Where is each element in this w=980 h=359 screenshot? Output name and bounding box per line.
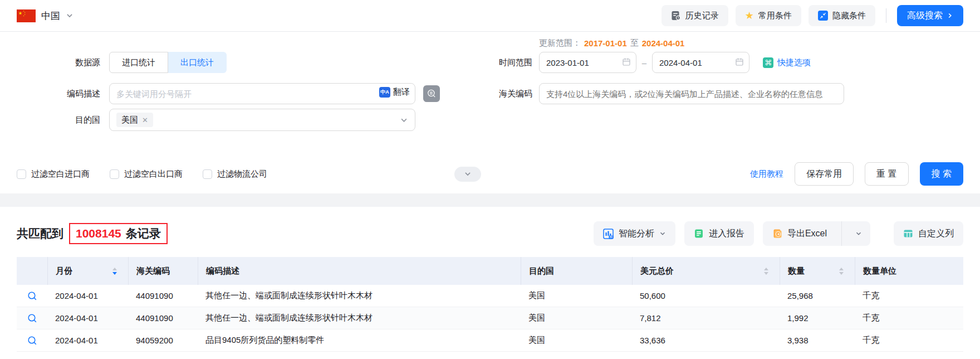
history-icon — [671, 11, 681, 21]
chevron-down-icon — [66, 12, 74, 20]
svg-text:BI: BI — [610, 235, 612, 239]
export-excel-label: 导出Excel — [787, 228, 827, 240]
top-bar: 中国 历史记录 ★ 常用条件 — [0, 0, 980, 32]
update-range-label: 更新范围： — [539, 38, 581, 48]
header-label: 编码描述 — [206, 266, 239, 276]
calendar-icon[interactable] — [622, 57, 631, 66]
section-divider — [0, 193, 980, 207]
circle-equal-icon — [427, 89, 437, 99]
search-button[interactable]: 搜 索 — [920, 162, 963, 186]
quick-options-button[interactable]: ⌘ 快捷选项 — [763, 57, 811, 68]
table-header-month: 月份 — [47, 257, 128, 285]
cell-destination: 美国 — [521, 285, 632, 307]
match-suffix: 条记录 — [126, 226, 161, 241]
cell-destination: 美国 — [521, 329, 632, 351]
columns-icon — [903, 229, 913, 239]
hide-conditions-button[interactable]: 隐藏条件 — [808, 5, 875, 26]
destination-select[interactable]: 美国 ✕ — [109, 109, 415, 131]
translate-icon: 中A — [379, 87, 390, 98]
cell-month: 2024-04-01 — [47, 307, 128, 329]
calendar-icon[interactable] — [735, 57, 744, 66]
tutorial-link[interactable]: 使用教程 — [750, 169, 783, 180]
results-bar: 共匹配到 1008145 条记录 BI 智能分析 — [0, 207, 980, 257]
smart-analysis-button[interactable]: BI 智能分析 — [594, 221, 675, 246]
table-row: 2024-04-01 44091090 其他任一边、端或面制成连续形状针叶木木材… — [17, 307, 963, 329]
collapse-icon — [818, 11, 828, 21]
header-label: 目的国 — [529, 266, 554, 276]
result-actions: BI 智能分析 进入报告 — [594, 221, 963, 246]
cell-unit: 千克 — [855, 329, 963, 351]
top-bar-actions: 历史记录 ★ 常用条件 隐藏条件 高级搜索 — [661, 5, 963, 26]
update-range-from: 2017-01-01 — [584, 38, 627, 48]
code-desc-field: 中A 翻译 — [109, 83, 415, 104]
enter-report-button[interactable]: 进入报告 — [684, 221, 754, 246]
filter-blank-exporter[interactable]: 过滤空白出口商 — [110, 169, 183, 180]
filter-logistics[interactable]: 过滤物流公司 — [203, 169, 267, 180]
cell-month: 2024-04-01 — [47, 329, 128, 351]
tab-import-stats[interactable]: 进口统计 — [109, 52, 168, 73]
cell-hs-code: 94059200 — [128, 329, 198, 351]
star-icon: ★ — [745, 11, 754, 21]
chevron-down-icon — [400, 116, 408, 124]
table-header-quantity: 数量 — [780, 257, 855, 285]
custom-columns-button[interactable]: 自定义列 — [894, 221, 963, 246]
sort-control[interactable] — [839, 268, 844, 275]
hs-code-input[interactable] — [539, 83, 844, 104]
advanced-search-label: 高级搜索 — [907, 10, 943, 22]
chevron-down-icon — [464, 170, 472, 178]
code-desc-input[interactable] — [109, 83, 415, 104]
reset-button[interactable]: 重 置 — [865, 162, 908, 186]
chevron-down-icon — [855, 230, 862, 237]
expand-more-button[interactable] — [454, 167, 481, 182]
row-detail-button[interactable] — [27, 336, 37, 346]
search-icon — [27, 336, 37, 346]
hs-code-field — [539, 83, 844, 104]
cell-usd-total: 33,636 — [632, 329, 780, 351]
translate-button[interactable]: 中A 翻译 — [379, 87, 410, 98]
update-range: 更新范围： 2017-01-01 至 2024-04-01 — [539, 36, 684, 50]
export-excel-button[interactable]: 导出Excel — [763, 221, 836, 246]
filter-label: 过滤空白出口商 — [124, 169, 183, 180]
time-range-label: 时间范围 — [490, 57, 532, 68]
filter-label: 过滤物流公司 — [217, 169, 267, 180]
cell-destination: 美国 — [521, 307, 632, 329]
table-header-tool-col — [17, 257, 47, 285]
row-detail-button[interactable] — [27, 291, 37, 301]
filter-blank-importer[interactable]: 过滤空白进口商 — [17, 169, 90, 180]
checkbox[interactable] — [203, 169, 212, 179]
cell-month: 2024-04-01 — [47, 285, 128, 307]
hs-code-label: 海关编码 — [490, 89, 532, 99]
table-row: 2024-04-01 44091090 其他任一边、端或面制成连续形状针叶木木材… — [17, 285, 963, 307]
remove-tag-icon[interactable]: ✕ — [142, 116, 148, 124]
table-header-usd-total: 美元总价 — [632, 257, 780, 285]
favorites-button[interactable]: ★ 常用条件 — [736, 5, 801, 26]
checkbox[interactable] — [110, 169, 119, 179]
sort-control[interactable] — [764, 268, 768, 275]
search-icon — [27, 291, 37, 301]
export-excel-split-button: 导出Excel — [763, 221, 870, 246]
history-button[interactable]: 历史记录 — [661, 5, 728, 26]
quick-options-label: 快捷选项 — [777, 57, 811, 68]
country-selector[interactable]: 中国 — [17, 9, 74, 22]
match-mode-button[interactable] — [423, 85, 440, 102]
table-header: 月份 海关编码 编码描述 目的国 美元总价 数量 数量单位 — [17, 257, 963, 285]
enter-report-label: 进入报告 — [709, 228, 744, 240]
match-count-box: 1008145 条记录 — [69, 223, 168, 244]
row-detail-button[interactable] — [27, 313, 37, 323]
header-label: 美元总价 — [640, 266, 674, 276]
hide-conditions-label: 隐藏条件 — [832, 11, 866, 21]
header-label: 月份 — [56, 266, 72, 276]
destination-label: 目的国 — [17, 115, 100, 125]
history-label: 历史记录 — [685, 11, 719, 21]
tab-export-stats[interactable]: 出口统计 — [168, 52, 227, 73]
checkbox[interactable] — [17, 169, 26, 179]
advanced-search-button[interactable]: 高级搜索 — [897, 5, 963, 26]
favorites-label: 常用条件 — [758, 11, 792, 21]
form-actions: 使用教程 保存常用 重 置 搜 索 — [750, 162, 963, 186]
save-conditions-button[interactable]: 保存常用 — [795, 162, 854, 186]
bi-analysis-icon: BI — [603, 229, 614, 239]
sort-control[interactable] — [112, 268, 117, 275]
cell-quantity: 3,938 — [780, 329, 855, 351]
export-options-button[interactable] — [847, 221, 870, 246]
cell-usd-total: 50,600 — [632, 285, 780, 307]
